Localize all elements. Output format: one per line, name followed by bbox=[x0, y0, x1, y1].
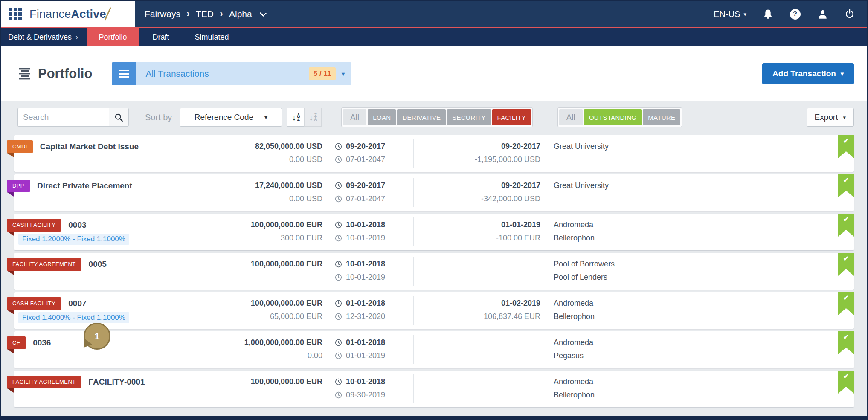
tab-simulated[interactable]: Simulated bbox=[183, 28, 241, 46]
status-filter-all[interactable]: All bbox=[559, 109, 583, 125]
transaction-name: 0007 bbox=[68, 299, 86, 308]
caret-down-icon: ▾ bbox=[841, 70, 844, 77]
tab-portfolio[interactable]: Portfolio bbox=[87, 28, 139, 46]
rate-link[interactable]: Fixed 1.4000% - Fixed 1.1000% bbox=[18, 312, 129, 323]
module-menu[interactable]: Debt & Derivatives› bbox=[1, 28, 85, 46]
hamburger-menu-icon[interactable] bbox=[112, 62, 136, 85]
transaction-row[interactable]: CF0036 1,000,000,000.00 EUR0.00 01-01-20… bbox=[14, 331, 854, 368]
breadcrumb-group[interactable]: TED bbox=[196, 9, 214, 19]
type-filter-security[interactable]: SECURITY bbox=[447, 109, 491, 125]
borrower: Great University bbox=[554, 179, 645, 192]
check-icon: ✔ bbox=[843, 216, 849, 223]
borrower: Great University bbox=[554, 140, 645, 153]
sort-field-select[interactable]: Reference Code ▾ bbox=[180, 108, 282, 127]
caret-down-icon: ▾ bbox=[264, 114, 267, 121]
borrower: Pool of Borrowers bbox=[554, 258, 645, 271]
end-date: 07-01-2047 bbox=[346, 194, 385, 203]
check-icon: ✔ bbox=[843, 255, 849, 262]
clock-icon bbox=[335, 339, 342, 346]
notional-amount: 17,240,000.00 USD bbox=[191, 179, 322, 192]
borrower: Andromeda bbox=[554, 297, 645, 310]
clock-icon bbox=[335, 391, 342, 399]
clock-icon bbox=[335, 221, 342, 229]
page-title: Portfolio bbox=[38, 66, 92, 81]
filter-toolbar: Sort by Reference Code ▾ ↓AZ ↓ZA All LOA… bbox=[1, 101, 867, 133]
notifications-bell-icon[interactable] bbox=[762, 8, 774, 20]
transaction-row[interactable]: CASH FACILITY0003 Fixed 1.2000% - Fixed … bbox=[14, 214, 854, 250]
clock-icon bbox=[335, 235, 342, 242]
secondary-amount: 0.00 USD bbox=[191, 153, 322, 166]
type-filter-all[interactable]: All bbox=[343, 109, 366, 125]
transaction-type-badge: FACILITY AGREEMENT bbox=[7, 376, 81, 388]
clock-icon bbox=[335, 261, 342, 268]
power-logout-icon[interactable] bbox=[844, 8, 856, 20]
check-icon: ✔ bbox=[843, 294, 849, 301]
transaction-row[interactable]: FACILITY AGREEMENT0005 100,000,000.00 EU… bbox=[14, 253, 854, 290]
page-header: Portfolio All Transactions 5 / 11 ▾ Add … bbox=[1, 46, 867, 101]
start-date: 01-01-2018 bbox=[346, 299, 385, 308]
valuation-amount: -342,000.00 USD bbox=[414, 192, 540, 206]
clock-icon bbox=[335, 156, 342, 163]
logo-area: FinanceActive bbox=[1, 1, 135, 27]
search-icon bbox=[114, 113, 123, 122]
end-date: 01-01-2019 bbox=[346, 351, 385, 360]
transaction-row[interactable]: FACILITY AGREEMENTFACILITY-0001 100,000,… bbox=[14, 371, 854, 407]
status-filter-outstanding[interactable]: OUTSTANDING bbox=[584, 109, 642, 125]
caret-down-icon: ▾ bbox=[843, 114, 846, 121]
tab-draft[interactable]: Draft bbox=[140, 28, 181, 46]
start-date: 01-01-2018 bbox=[346, 338, 385, 347]
value-date: 09-20-2017 bbox=[414, 140, 540, 153]
clock-icon bbox=[335, 182, 342, 189]
transaction-type-badge: FACILITY AGREEMENT bbox=[7, 258, 81, 271]
sort-ascending-button[interactable]: ↓AZ bbox=[287, 108, 305, 127]
secondary-amount bbox=[191, 388, 322, 402]
valuation-amount: 106,837.46 EUR bbox=[414, 310, 540, 323]
type-filter-loan[interactable]: LOAN bbox=[368, 109, 396, 125]
check-icon: ✔ bbox=[843, 373, 849, 380]
rate-link[interactable]: Fixed 1.2000% - Fixed 1.1000% bbox=[18, 234, 129, 245]
check-icon: ✔ bbox=[843, 333, 849, 341]
search-input[interactable] bbox=[17, 108, 109, 127]
transaction-type-badge: DPP bbox=[7, 180, 30, 192]
valuation-amount: -1,195,000.00 USD bbox=[414, 153, 540, 166]
end-date: 07-01-2047 bbox=[346, 155, 385, 164]
chevron-right-icon: › bbox=[220, 9, 223, 20]
app-grid-icon[interactable] bbox=[9, 8, 22, 20]
add-transaction-button[interactable]: Add Transaction▾ bbox=[762, 63, 854, 84]
check-icon: ✔ bbox=[843, 137, 849, 145]
type-filter-derivative[interactable]: DERIVATIVE bbox=[397, 109, 446, 125]
valuation-amount bbox=[414, 349, 540, 362]
locale-selector[interactable]: EN-US▾ bbox=[714, 9, 746, 19]
lender: Bellerophon bbox=[554, 232, 645, 245]
status-filter-mature[interactable]: MATURE bbox=[643, 109, 680, 125]
secondary-amount: 300.00 EUR bbox=[191, 232, 322, 245]
lender: Bellerophon bbox=[554, 388, 645, 402]
export-button[interactable]: Export▾ bbox=[807, 108, 854, 127]
chevron-down-icon[interactable] bbox=[259, 9, 267, 17]
breadcrumb-entity[interactable]: Alpha bbox=[229, 9, 252, 19]
end-date: 10-01-2019 bbox=[346, 273, 385, 282]
transaction-row[interactable]: CASH FACILITY0007 Fixed 1.4000% - Fixed … bbox=[14, 292, 854, 329]
user-account-icon[interactable] bbox=[816, 8, 828, 20]
type-filter-group: All LOAN DERIVATIVE SECURITY FACILITY bbox=[341, 107, 533, 127]
application-window: FinanceActive Fairways › TED › Alpha EN-… bbox=[0, 0, 868, 420]
value-date bbox=[414, 258, 540, 271]
transaction-name: Capital Market Debt Issue bbox=[40, 142, 139, 151]
sort-asc-icon: ↓ bbox=[292, 113, 296, 122]
help-icon[interactable]: ? bbox=[789, 8, 801, 20]
transaction-row[interactable]: DPPDirect Private Placement 17,240,000.0… bbox=[14, 174, 854, 211]
clock-icon bbox=[335, 313, 342, 320]
borrower: Andromeda bbox=[554, 375, 645, 388]
end-date: 09-30-2019 bbox=[346, 391, 385, 400]
transaction-filter-selector[interactable]: All Transactions 5 / 11 ▾ bbox=[112, 62, 351, 85]
status-filter-group: All OUTSTANDING MATURE bbox=[557, 107, 682, 127]
breadcrumb-org[interactable]: Fairways bbox=[145, 9, 180, 19]
type-filter-facility[interactable]: FACILITY bbox=[492, 109, 531, 125]
clock-icon bbox=[335, 352, 342, 359]
start-date: 09-20-2017 bbox=[346, 181, 385, 190]
sort-descending-button[interactable]: ↓ZA bbox=[304, 108, 322, 127]
start-date: 10-01-2018 bbox=[346, 377, 385, 386]
transaction-row[interactable]: CMDICapital Market Debt Issue 82,050,000… bbox=[14, 135, 854, 172]
portfolio-list-icon bbox=[18, 67, 31, 81]
search-button[interactable] bbox=[109, 108, 129, 127]
